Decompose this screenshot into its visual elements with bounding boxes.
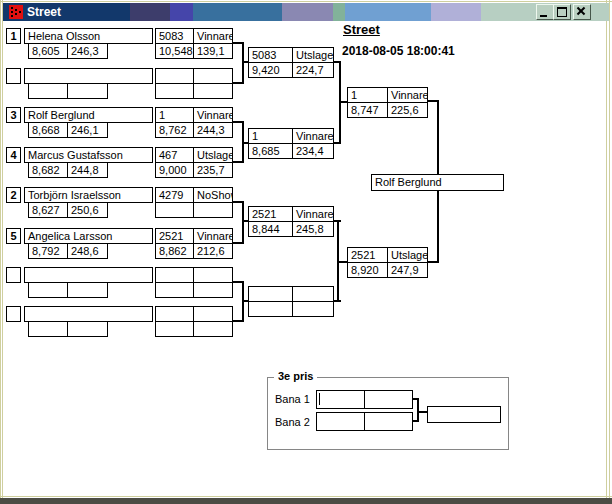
result-car[interactable] — [156, 307, 193, 321]
result-car[interactable] — [156, 69, 193, 83]
slot-speed-cell[interactable] — [67, 83, 108, 99]
slot-seed[interactable]: 2 — [6, 187, 21, 203]
result-car[interactable]: 1 — [348, 88, 387, 102]
lane2-time-cell[interactable] — [317, 413, 364, 430]
slot-time-cell[interactable]: 8,682 — [28, 162, 68, 178]
result-speed[interactable]: 245,8 — [292, 221, 333, 236]
run-result-box[interactable] — [155, 267, 233, 298]
result-status[interactable]: Utslagen — [387, 248, 427, 262]
lane1-speed-cell[interactable] — [364, 391, 412, 408]
result-status[interactable]: Vinnare — [193, 229, 232, 243]
result-time[interactable]: 8,844 — [249, 221, 292, 236]
slot-seed[interactable]: 5 — [6, 228, 21, 244]
result-speed[interactable]: 224,7 — [292, 62, 333, 77]
champion-name-box[interactable]: Rolf Berglund — [371, 174, 504, 191]
result-time[interactable] — [156, 321, 193, 336]
minimize-button[interactable] — [536, 4, 554, 20]
result-time[interactable]: 8,685 — [249, 143, 292, 158]
run-result-box[interactable]: 5083 Vinnare 10,548 139,1 — [155, 28, 233, 59]
result-car[interactable]: 467 — [156, 148, 193, 162]
slot-time-cell[interactable] — [28, 83, 68, 99]
result-speed[interactable]: 235,7 — [193, 162, 232, 177]
slot-name-field[interactable]: Helena Olsson — [24, 28, 153, 44]
result-status[interactable]: NoShow — [193, 188, 232, 202]
result-status[interactable]: Utslagen — [292, 48, 333, 62]
result-status[interactable]: Vinnare — [292, 129, 333, 143]
run-result-box[interactable]: 4279 NoShow — [155, 187, 233, 218]
result-car[interactable]: 2521 — [156, 229, 193, 243]
slot-seed[interactable]: 3 — [6, 107, 21, 123]
lane2-speed-cell[interactable] — [364, 413, 412, 430]
slot-time-cell[interactable] — [28, 282, 68, 298]
result-car[interactable]: 5083 — [156, 29, 193, 43]
slot-name-field[interactable]: Torbjörn Israelsson — [24, 187, 153, 203]
result-car[interactable]: 2521 — [249, 207, 292, 221]
result-status[interactable]: Vinnare — [387, 88, 427, 102]
slot-speed-cell[interactable]: 248,6 — [67, 243, 108, 259]
close-button[interactable] — [573, 4, 591, 20]
result-status[interactable]: Utslagen — [193, 148, 232, 162]
lane1-entry-box[interactable] — [316, 390, 413, 409]
result-speed[interactable]: 247,9 — [387, 262, 427, 277]
result-car[interactable]: 5083 — [249, 48, 292, 62]
result-time[interactable] — [156, 83, 193, 98]
slot-time-cell[interactable]: 8,792 — [28, 243, 68, 259]
slot-name-field[interactable] — [24, 267, 153, 283]
result-time[interactable] — [249, 301, 292, 316]
result-time[interactable]: 8,920 — [348, 262, 387, 277]
slot-seed[interactable]: 4 — [6, 147, 21, 163]
result-status[interactable] — [193, 307, 232, 321]
result-speed[interactable]: 212,6 — [193, 243, 232, 258]
slot-speed-cell[interactable]: 246,1 — [67, 122, 108, 138]
result-time[interactable]: 8,762 — [156, 122, 193, 137]
lane2-entry-box[interactable] — [316, 412, 413, 431]
final-result-box[interactable]: 2521 Utslagen 8,920 247,9 — [347, 247, 428, 278]
result-status[interactable]: Vinnare — [193, 108, 232, 122]
slot-time-cell[interactable]: 8,668 — [28, 122, 68, 138]
round2-result-box[interactable]: 1 Vinnare 8,685 234,4 — [248, 128, 334, 159]
round2-result-box[interactable]: 2521 Vinnare 8,844 245,8 — [248, 206, 334, 237]
slot-speed-cell[interactable]: 250,6 — [67, 202, 108, 218]
slot-name-field[interactable]: Marcus Gustafsson — [24, 147, 153, 163]
slot-seed[interactable] — [6, 267, 21, 283]
slot-name-field[interactable] — [24, 68, 153, 84]
result-speed[interactable] — [292, 301, 333, 316]
result-status[interactable]: Vinnare — [193, 29, 232, 43]
result-time[interactable]: 8,862 — [156, 243, 193, 258]
run-result-box[interactable]: 1 Vinnare 8,762 244,3 — [155, 107, 233, 138]
slot-name-field[interactable]: Rolf Berglund — [24, 107, 153, 123]
result-speed[interactable] — [193, 282, 232, 297]
result-time[interactable] — [156, 202, 193, 217]
result-car[interactable]: 1 — [156, 108, 193, 122]
slot-name-field[interactable]: Angelica Larsson — [24, 228, 153, 244]
result-speed[interactable]: 234,4 — [292, 143, 333, 158]
result-speed[interactable]: 225,6 — [387, 102, 427, 117]
slot-seed[interactable] — [6, 68, 21, 84]
run-result-box[interactable]: 467 Utslagen 9,000 235,7 — [155, 147, 233, 178]
final-result-box[interactable]: 1 Vinnare 8,747 225,6 — [347, 87, 428, 118]
result-car[interactable]: 4279 — [156, 188, 193, 202]
slot-speed-cell[interactable]: 246,3 — [67, 43, 108, 59]
result-car[interactable]: 2521 — [348, 248, 387, 262]
slot-name-field[interactable] — [24, 306, 153, 322]
result-car[interactable] — [156, 268, 193, 282]
result-speed[interactable] — [193, 321, 232, 336]
slot-time-cell[interactable]: 8,605 — [28, 43, 68, 59]
result-car[interactable] — [249, 287, 292, 301]
result-time[interactable] — [156, 282, 193, 297]
slot-speed-cell[interactable]: 244,8 — [67, 162, 108, 178]
result-status[interactable] — [193, 69, 232, 83]
lane1-time-cell[interactable] — [317, 391, 364, 408]
slot-speed-cell[interactable] — [67, 282, 108, 298]
round2-result-box[interactable]: 5083 Utslagen 9,420 224,7 — [248, 47, 334, 78]
result-status[interactable] — [193, 268, 232, 282]
result-status[interactable]: Vinnare — [292, 207, 333, 221]
result-time[interactable]: 8,747 — [348, 102, 387, 117]
run-result-box[interactable] — [155, 68, 233, 99]
result-speed[interactable] — [193, 83, 232, 98]
third-prize-winner-box[interactable] — [427, 406, 501, 423]
result-speed[interactable] — [193, 202, 232, 217]
result-time[interactable]: 9,000 — [156, 162, 193, 177]
slot-seed[interactable]: 1 — [6, 28, 21, 44]
slot-time-cell[interactable] — [28, 321, 68, 337]
